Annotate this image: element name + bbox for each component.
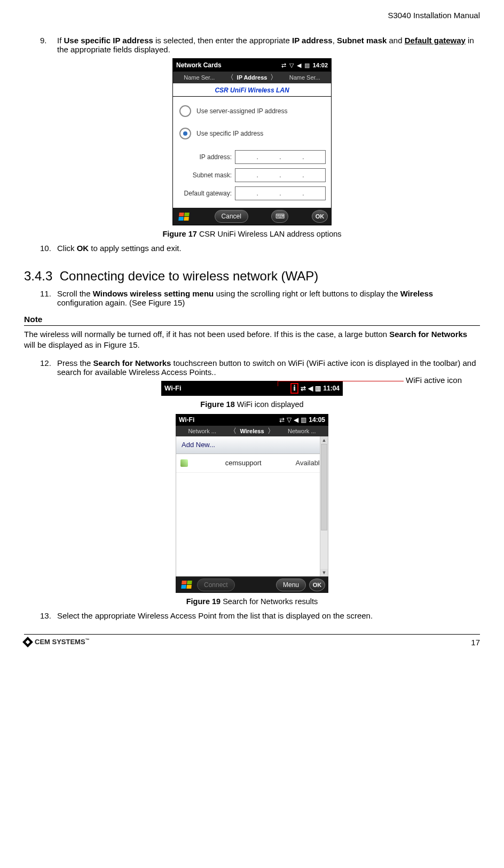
scroll-up-icon[interactable]: ▲ xyxy=(320,436,328,444)
note-rule xyxy=(24,325,480,326)
scroll-down-icon[interactable]: ▼ xyxy=(320,569,328,576)
bottom-bar: Connect Menu OK xyxy=(176,576,328,593)
network-list: Add New... cemsupport Available ▲ ▼ xyxy=(176,436,328,576)
start-button[interactable] xyxy=(179,579,194,591)
tab-row: Name Ser... 〈 IP Address 〉 Name Ser... xyxy=(173,72,331,83)
step-number: 13. xyxy=(40,611,57,620)
signal-icon: ▽ xyxy=(289,62,294,69)
chevron-right-icon[interactable]: 〉 xyxy=(266,426,275,436)
menu-button[interactable]: Menu xyxy=(276,578,306,591)
scroll-thumb[interactable] xyxy=(321,444,327,530)
step-text: Click OK to apply settings and exit. xyxy=(57,244,480,253)
step-text: Scroll the Windows wireless setting menu… xyxy=(57,289,480,307)
gateway-input[interactable]: ... xyxy=(235,186,326,200)
wifi-active-icon: 𝕚 xyxy=(290,383,298,394)
window-title: Wi-Fi xyxy=(179,416,194,424)
start-button[interactable] xyxy=(176,210,191,222)
chevron-left-icon[interactable]: 〈 xyxy=(229,426,238,436)
radio-label: Use server-assigned IP address xyxy=(196,107,288,115)
ok-button[interactable]: OK xyxy=(309,578,325,591)
chevron-left-icon[interactable]: 〈 xyxy=(226,73,235,82)
signal-icon: ▽ xyxy=(287,416,292,424)
status-icons: ⇄ ▽ ◀ ▥ 14:05 xyxy=(279,416,325,424)
figure-17-caption: Figure 17 CSR UniFi Wireless LAN address… xyxy=(24,230,480,238)
bottom-bar: Cancel ⌨ OK xyxy=(173,208,331,225)
topbar: Network Cards ⇄ ▽ ◀ ▥ 14:02 xyxy=(173,59,331,72)
radio-server-assigned[interactable]: Use server-assigned IP address xyxy=(179,105,326,117)
callout-line xyxy=(278,381,404,381)
page-header-title: S3040 Installation Manual xyxy=(24,11,480,20)
radio-checked-icon[interactable] xyxy=(179,128,191,139)
tab-left[interactable]: Network ... xyxy=(176,428,229,434)
subnet-mask-row: Subnet mask: ... xyxy=(178,168,326,182)
clock: 14:02 xyxy=(313,62,328,68)
tab-left[interactable]: Name Ser... xyxy=(173,74,226,81)
screenshot-wifi-list: Wi-Fi ⇄ ▽ ◀ ▥ 14:05 Network ... 〈 Wirele… xyxy=(176,414,328,593)
figure-18-caption: Figure 18 WiFi icon displayed xyxy=(24,400,480,409)
step-11: 11. Scroll the Windows wireless setting … xyxy=(40,289,480,307)
figure-18: WiFi active icon Wi-Fi 𝕚 ⇄ ◀ ▥ 11:04 xyxy=(24,381,480,396)
figure-19: Wi-Fi ⇄ ▽ ◀ ▥ 14:05 Network ... 〈 Wirele… xyxy=(24,414,480,593)
ip-address-row: IP address: ... xyxy=(178,150,326,164)
tab-right[interactable]: Network ... xyxy=(275,428,328,434)
step-text: Select the appropriate Wireless Access P… xyxy=(57,611,480,620)
step-13: 13. Select the appropriate Wireless Acce… xyxy=(40,611,480,620)
gateway-label: Default gateway: xyxy=(178,190,232,197)
radio-specific-ip[interactable]: Use specific IP address xyxy=(179,128,326,139)
brand-logo: CEM SYSTEMS™ xyxy=(24,638,90,646)
callout-line-v xyxy=(278,381,278,386)
wifi-title: Wi-Fi xyxy=(164,384,182,392)
radio-label: Use specific IP address xyxy=(196,130,263,137)
connectivity-icon: ⇄ xyxy=(279,416,285,424)
tab-right[interactable]: Name Ser... xyxy=(278,74,331,81)
signal-strength-icon xyxy=(180,459,188,467)
section-title: Connecting device to wireless network (W… xyxy=(60,269,319,283)
gateway-row: Default gateway: ... xyxy=(178,186,326,200)
tab-active: IP Address xyxy=(235,74,270,81)
clock: 14:05 xyxy=(309,416,325,424)
connectivity-icon: ⇄ xyxy=(281,62,286,69)
step-9: 9. If Use specific IP address is selecte… xyxy=(40,36,480,54)
volume-icon: ◀ xyxy=(294,416,298,424)
page-footer: CEM SYSTEMS™ 17 xyxy=(24,634,480,647)
ip-label: IP address: xyxy=(178,153,232,161)
step-12: 12. Press the Search for Networks touchs… xyxy=(40,358,480,377)
battery-icon: ▥ xyxy=(301,416,306,424)
cancel-button[interactable]: Cancel xyxy=(215,210,248,223)
section-heading: 3.4.3 Connecting device to wireless netw… xyxy=(24,269,480,284)
step-number: 9. xyxy=(40,36,57,54)
radio-unchecked-icon[interactable] xyxy=(179,105,191,117)
network-row[interactable]: cemsupport Available xyxy=(176,454,328,473)
step-number: 12. xyxy=(40,358,57,377)
status-icons: ⇄ ▽ ◀ ▥ 14:02 xyxy=(281,62,328,69)
step-text: Press the Search for Networks touchscree… xyxy=(57,358,480,377)
mask-input[interactable]: ... xyxy=(235,168,326,182)
page-number: 17 xyxy=(471,638,480,647)
tab-active: Wireless xyxy=(238,428,266,434)
connectivity-icon: ⇄ xyxy=(301,385,306,392)
battery-icon: ▥ xyxy=(315,385,321,392)
add-new-button[interactable]: Add New... xyxy=(176,436,328,454)
ok-button[interactable]: OK xyxy=(312,210,328,223)
mask-label: Subnet mask: xyxy=(178,171,232,179)
step-number: 11. xyxy=(40,289,57,307)
window-title: Network Cards xyxy=(176,61,222,69)
clock: 11:04 xyxy=(323,385,340,392)
topbar: Wi-Fi ⇄ ▽ ◀ ▥ 14:05 xyxy=(176,414,328,426)
tab-row: Network ... 〈 Wireless 〉 Network ... xyxy=(176,426,328,436)
keyboard-button[interactable]: ⌨ xyxy=(271,210,288,223)
battery-icon: ▥ xyxy=(304,62,310,69)
note-header: Note xyxy=(24,315,480,324)
status-icons: ⇄ ◀ ▥ 11:04 xyxy=(301,385,340,392)
connect-button: Connect xyxy=(197,578,235,591)
wifi-toolbar: Wi-Fi 𝕚 ⇄ ◀ ▥ 11:04 xyxy=(161,381,343,396)
screenshot-network-cards: Network Cards ⇄ ▽ ◀ ▥ 14:02 Name Ser... … xyxy=(172,58,332,225)
brand-icon xyxy=(22,637,33,647)
scrollbar[interactable]: ▲ ▼ xyxy=(320,436,328,576)
chevron-right-icon[interactable]: 〉 xyxy=(269,73,278,82)
figure-17: Network Cards ⇄ ▽ ◀ ▥ 14:02 Name Ser... … xyxy=(24,58,480,225)
volume-icon: ◀ xyxy=(297,62,301,69)
section-number: 3.4.3 xyxy=(24,269,52,283)
note-body: The wireless will normally be turned off… xyxy=(24,329,480,351)
ip-input[interactable]: ... xyxy=(235,150,326,164)
